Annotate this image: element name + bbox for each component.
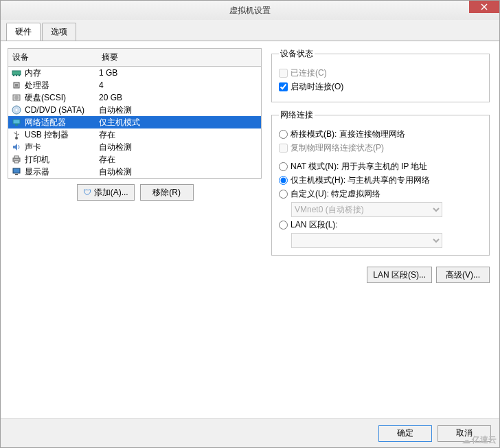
ok-button[interactable]: 确定 — [378, 425, 432, 442]
svg-rect-0 — [12, 71, 21, 75]
tab-bar: 硬件 选项 — [1, 20, 499, 41]
custom-option[interactable]: 自定义(U): 特定虚拟网络 — [279, 188, 482, 200]
tab-hardware[interactable]: 硬件 — [6, 23, 41, 41]
device-summary: 自动检测 — [99, 166, 132, 178]
device-status-legend: 设备状态 — [279, 48, 315, 60]
bridged-label: 桥接模式(B): 直接连接物理网络 — [291, 128, 405, 140]
right-buttons: LAN 区段(S)... 高级(V)... — [271, 267, 490, 283]
custom-select-row: VMnet0 (自动桥接) — [291, 202, 482, 217]
device-row-cddvd[interactable]: CD/DVD (SATA)自动检测 — [8, 104, 261, 116]
col-summary: 摘要 — [98, 49, 122, 66]
connected-option: 已连接(C) — [279, 67, 482, 79]
dialog-body: 设备 摘要 内存1 GB处理器4硬盘(SCSI)20 GBCD/DVD (SAT… — [1, 41, 499, 418]
lanseg-option[interactable]: LAN 区段(L): — [279, 219, 482, 231]
device-status-group: 设备状态 已连接(C) 启动时连接(O) — [271, 48, 490, 102]
network-connection-legend: 网络连接 — [279, 109, 315, 121]
svg-rect-11 — [15, 124, 18, 126]
replicate-option: 复制物理网络连接状态(P) — [279, 142, 482, 154]
device-label: 打印机 — [25, 154, 99, 166]
cancel-button[interactable]: 取消 — [438, 425, 491, 442]
hostonly-radio[interactable] — [279, 176, 288, 185]
svg-rect-1 — [13, 75, 14, 76]
connect-at-poweron-label: 启动时连接(O) — [291, 81, 343, 93]
device-row-memory[interactable]: 内存1 GB — [8, 67, 261, 79]
svg-rect-10 — [13, 120, 20, 124]
device-label: CD/DVD (SATA) — [25, 105, 99, 115]
lanseg-label: LAN 区段(L): — [291, 219, 338, 231]
connect-at-poweron-checkbox[interactable] — [279, 82, 288, 91]
device-row-hdd[interactable]: 硬盘(SCSI)20 GB — [8, 91, 261, 104]
device-list-header: 设备 摘要 — [8, 49, 261, 67]
close-button[interactable] — [469, 1, 499, 13]
bridged-option[interactable]: 桥接模式(B): 直接连接物理网络 — [279, 128, 482, 140]
connect-at-poweron-option[interactable]: 启动时连接(O) — [279, 81, 482, 93]
device-row-display[interactable]: 显示器自动检测 — [8, 166, 261, 178]
add-button[interactable]: 🛡 添加(A)... — [77, 184, 134, 201]
connected-label: 已连接(C) — [291, 67, 327, 79]
svg-rect-16 — [13, 168, 20, 173]
network-connection-group: 网络连接 桥接模式(B): 直接连接物理网络 复制物理网络连接状态(P) NAT… — [271, 109, 490, 256]
remove-button[interactable]: 移除(R) — [140, 184, 194, 201]
nat-radio[interactable] — [279, 162, 288, 171]
device-summary: 1 GB — [99, 68, 117, 78]
display-icon — [11, 166, 22, 177]
dialog-footer: 确定 取消 — [1, 418, 499, 447]
device-row-sound[interactable]: 声卡自动检测 — [8, 141, 261, 153]
svg-point-9 — [16, 109, 18, 111]
printer-icon — [11, 154, 22, 165]
device-summary: 自动检测 — [99, 142, 132, 153]
lanseg-select-row — [291, 233, 482, 248]
device-summary: 4 — [99, 80, 104, 90]
lan-segments-button[interactable]: LAN 区段(S)... — [367, 267, 432, 283]
svg-rect-2 — [16, 75, 17, 76]
usb-icon — [11, 129, 22, 140]
device-buttons: 🛡 添加(A)... 移除(R) — [8, 179, 263, 202]
device-row-usb[interactable]: USB 控制器存在 — [8, 128, 261, 141]
titlebar: 虚拟机设置 — [1, 1, 499, 20]
device-label: 声卡 — [25, 142, 99, 153]
device-label: 处理器 — [25, 80, 99, 91]
svg-rect-3 — [19, 75, 20, 76]
device-summary: 自动检测 — [99, 104, 132, 116]
tab-options[interactable]: 选项 — [42, 23, 76, 41]
device-summary: 存在 — [99, 154, 115, 166]
cpu-icon — [11, 80, 22, 91]
device-list-panel: 设备 摘要 内存1 GB处理器4硬盘(SCSI)20 GBCD/DVD (SAT… — [8, 48, 262, 179]
advanced-button[interactable]: 高级(V)... — [436, 267, 490, 283]
right-panel: 设备状态 已连接(C) 启动时连接(O) 网络连接 桥接模式(B): 直接连接物… — [269, 48, 492, 412]
device-row-cpu[interactable]: 处理器4 — [8, 79, 261, 91]
svg-rect-14 — [14, 156, 19, 158]
left-column: 设备 摘要 内存1 GB处理器4硬盘(SCSI)20 GBCD/DVD (SAT… — [8, 48, 263, 412]
sound-icon — [11, 142, 22, 153]
device-label: USB 控制器 — [25, 129, 99, 141]
disc-icon — [11, 104, 22, 115]
nat-option[interactable]: NAT 模式(N): 用于共享主机的 IP 地址 — [279, 161, 482, 172]
svg-rect-15 — [14, 161, 19, 163]
nat-label: NAT 模式(N): 用于共享主机的 IP 地址 — [291, 161, 427, 172]
svg-point-7 — [14, 96, 19, 100]
device-summary: 20 GB — [99, 93, 122, 102]
device-row-net[interactable]: 网络适配器仅主机模式 — [8, 116, 261, 128]
svg-rect-5 — [15, 84, 18, 87]
network-icon — [11, 117, 22, 128]
device-label: 显示器 — [25, 166, 99, 178]
custom-label: 自定义(U): 特定虚拟网络 — [291, 188, 380, 200]
device-row-printer[interactable]: 打印机存在 — [8, 153, 261, 166]
device-label: 网络适配器 — [25, 117, 99, 128]
hdd-icon — [11, 92, 22, 103]
custom-network-select: VMnet0 (自动桥接) — [291, 202, 442, 217]
lanseg-radio[interactable] — [279, 221, 288, 229]
device-label: 硬盘(SCSI) — [25, 92, 99, 104]
window-title: 虚拟机设置 — [229, 5, 271, 16]
memory-icon — [11, 67, 22, 78]
device-list[interactable]: 内存1 GB处理器4硬盘(SCSI)20 GBCD/DVD (SATA)自动检测… — [8, 67, 261, 178]
add-button-label: 添加(A)... — [94, 187, 128, 199]
svg-rect-17 — [15, 174, 18, 175]
replicate-label: 复制物理网络连接状态(P) — [291, 142, 384, 154]
device-summary: 存在 — [99, 129, 115, 141]
vm-settings-window: 虚拟机设置 硬件 选项 设备 摘要 内存1 GB处理器4硬盘(SCSI)20 G… — [0, 0, 500, 448]
bridged-radio[interactable] — [279, 130, 288, 139]
custom-radio[interactable] — [279, 190, 288, 199]
lanseg-select — [291, 233, 442, 248]
hostonly-option[interactable]: 仅主机模式(H): 与主机共享的专用网络 — [279, 175, 482, 186]
